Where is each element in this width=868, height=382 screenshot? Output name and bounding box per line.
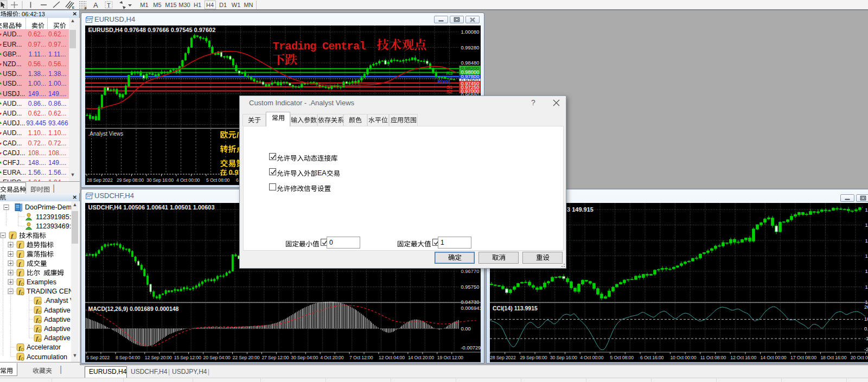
svg-text:CCI(14) 113.9915: CCI(14) 113.9915 [493, 305, 538, 311]
svg-text:11 Oct 08:00: 11 Oct 08:00 [700, 355, 726, 360]
svg-text:0.006941: 0.006941 [461, 305, 481, 311]
svg-text:Adaptive Div: Adaptive Div [44, 316, 71, 323]
svg-text:MACD(12,26,9) 0.001689 0.00014: MACD(12,26,9) 0.001689 0.000148 [88, 305, 179, 312]
svg-text:149: 149 [865, 238, 868, 244]
svg-text:8 Sep 04:00: 8 Sep 04:00 [116, 355, 141, 360]
svg-text:DooPrime-Demo: DooPrime-Demo [25, 203, 71, 211]
svg-text:F: F [85, 7, 87, 10]
svg-text:17 Oct 08:00: 17 Oct 08:00 [790, 355, 816, 360]
svg-text:149: 149 [865, 268, 868, 274]
svg-text:0.96770: 0.96770 [461, 268, 480, 274]
svg-text:0.94730: 0.94730 [461, 299, 480, 305]
svg-text:149: 149 [865, 207, 868, 213]
svg-text:149: 149 [865, 222, 868, 228]
svg-text:100: 100 [864, 316, 868, 322]
svg-text:10 Oct 00:00: 10 Oct 00:00 [670, 355, 696, 360]
svg-text:R3: R3 [446, 69, 453, 75]
svg-text:4 Oct 20:00: 4 Oct 20:00 [320, 355, 344, 360]
svg-text:Adaptive Div: Adaptive Div [44, 334, 71, 342]
svg-text:-100: -100 [864, 335, 868, 341]
svg-text:0.00: 0.00 [461, 326, 471, 332]
svg-text:30 Sep 16:00: 30 Sep 16:00 [550, 355, 577, 360]
svg-text:29 Sep 08:00: 29 Sep 08:00 [520, 355, 547, 360]
svg-text:E: E [72, 6, 74, 9]
svg-text:TRADING CENTl: TRADING CENTl [27, 288, 71, 295]
svg-text:30 Sep 04:00: 30 Sep 04:00 [291, 355, 318, 360]
svg-text:4 Oct 00:00: 4 Oct 00:00 [176, 177, 200, 182]
svg-text:149: 149 [865, 284, 868, 290]
svg-text:Accelerator: Accelerator [27, 343, 61, 351]
svg-text:15 Sep 12:00: 15 Sep 12:00 [174, 355, 201, 360]
svg-text:19 Oct 12:00: 19 Oct 12:00 [437, 355, 463, 360]
svg-text:5 Sep 2022: 5 Sep 2022 [86, 355, 110, 360]
svg-text:0.95750: 0.95750 [461, 284, 480, 290]
svg-text:0.0000: 0.0000 [864, 326, 868, 332]
svg-text:29 Sep 08:00: 29 Sep 08:00 [117, 177, 144, 182]
svg-text:18 Oct 16:00: 18 Oct 16:00 [820, 355, 846, 360]
svg-text:22 Sep 20:00: 22 Sep 20:00 [233, 355, 260, 360]
svg-text:.Analyst Views: .Analyst Views [88, 130, 124, 136]
svg-text:12 Oct 16:00: 12 Oct 16:00 [730, 355, 756, 360]
svg-text:28 Sep 2022: 28 Sep 2022 [87, 177, 113, 182]
svg-text:12 Oct 04:00: 12 Oct 04:00 [379, 355, 405, 360]
svg-text:20 Oct 00:00: 20 Oct 00:00 [851, 355, 868, 360]
svg-text:27 Sep 12:00: 27 Sep 12:00 [261, 355, 289, 360]
svg-text:112391985: l: 112391985: l [36, 213, 71, 221]
svg-text:Examples: Examples [27, 278, 56, 286]
svg-text:S2: S2 [446, 88, 453, 94]
svg-text:-0.007292: -0.007292 [461, 345, 481, 351]
svg-text:200: 200 [864, 304, 868, 310]
svg-text:T: T [107, 2, 111, 9]
svg-text:3 149.915: 3 149.915 [567, 206, 593, 213]
svg-text:A: A [93, 1, 98, 9]
svg-text:USDCHF,H4 1.00506 1.00641 1.00: USDCHF,H4 1.00506 1.00641 1.00501 1.0060… [88, 204, 215, 211]
svg-text:5 Oct 08:00: 5 Oct 08:00 [610, 355, 634, 360]
svg-text:.Analyst View: .Analyst View [44, 297, 71, 304]
svg-text:-200: -200 [864, 346, 868, 352]
svg-text:Pivot: Pivot [438, 78, 451, 84]
svg-text:28 Sep 2022: 28 Sep 2022 [490, 355, 516, 360]
svg-text:14 Oct 20:00: 14 Oct 20:00 [408, 355, 434, 360]
svg-text:6 Oct 16:00: 6 Oct 16:00 [640, 355, 664, 360]
svg-text:5 Oct 08:00: 5 Oct 08:00 [206, 177, 230, 182]
svg-text:4 Oct 00:00: 4 Oct 00:00 [580, 355, 604, 360]
svg-text:EURUSD,H4 0.97648 0.97666 0.97: EURUSD,H4 0.97648 0.97666 0.97545 0.9760… [88, 27, 216, 33]
svg-text:1.00080: 1.00080 [461, 29, 480, 35]
svg-text:112393469: l: 112393469: l [36, 222, 71, 230]
svg-text:14 Oct 00:00: 14 Oct 00:00 [761, 355, 787, 360]
svg-text:0.99280: 0.99280 [461, 44, 480, 50]
svg-text:Trading Central: Trading Central [273, 40, 366, 52]
svg-text:30 Sep 16:00: 30 Sep 16:00 [146, 177, 174, 182]
svg-text:Accumulation: Accumulation [27, 353, 67, 361]
svg-text:12 Sep 20:00: 12 Sep 20:00 [145, 355, 172, 360]
svg-text:Adaptive Can: Adaptive Can [44, 307, 71, 314]
svg-text:20 Sep 04:00: 20 Sep 04:00 [203, 355, 231, 360]
svg-text:Adaptive Div: Adaptive Div [44, 325, 71, 333]
svg-text:149: 149 [865, 253, 868, 259]
svg-text:7 Oct 12:00: 7 Oct 12:00 [349, 355, 373, 360]
